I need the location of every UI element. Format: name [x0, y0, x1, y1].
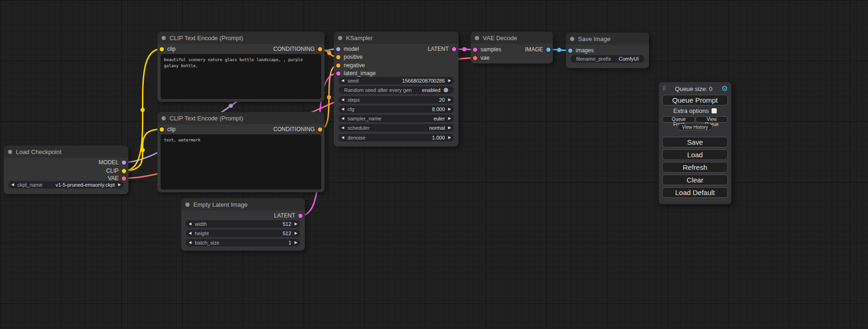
input-slot-latent-image[interactable]: latent_image — [336, 70, 376, 77]
settings-gear-icon[interactable]: ⚙ — [721, 85, 728, 92]
queue-front-button[interactable]: Queue Front — [662, 116, 695, 123]
node-title-bar[interactable]: KSampler — [334, 32, 459, 44]
input-slot-images[interactable]: images — [568, 47, 594, 54]
node-title-bar[interactable]: Save Image — [566, 33, 649, 45]
decrement-arrow-icon[interactable]: ◀ — [341, 126, 344, 130]
decrement-arrow-icon[interactable]: ◀ — [11, 183, 14, 187]
toggle-knob[interactable] — [444, 88, 448, 92]
increment-arrow-icon[interactable]: ▶ — [448, 136, 451, 140]
output-slot-vae[interactable]: VAE — [108, 175, 126, 182]
widget-width[interactable]: ◀ width 512 ▶ — [186, 220, 300, 228]
load-default-button[interactable]: Load Default — [662, 187, 728, 198]
node-graph-canvas[interactable]: Load Checkpoint MODEL CLIP VAE ◀ ckpt_na… — [0, 0, 868, 329]
input-dot-clip[interactable] — [160, 47, 164, 51]
node-empty-latent-image[interactable]: Empty Latent Image LATENT ◀ width 512 ▶ … — [181, 198, 305, 251]
decrement-arrow-icon[interactable]: ◀ — [189, 241, 191, 245]
input-slot-model[interactable]: model — [336, 45, 359, 53]
drag-handle-icon[interactable]: ⠿ — [662, 85, 666, 92]
widget-sampler-name[interactable]: ◀ sampler_name euler ▶ — [339, 115, 454, 122]
output-slot-latent[interactable]: LATENT — [428, 45, 456, 53]
decrement-arrow-icon[interactable]: ◀ — [341, 136, 344, 140]
collapse-dot-icon[interactable] — [338, 36, 342, 40]
input-slot-positive[interactable]: positive — [336, 53, 363, 61]
output-slot-conditioning[interactable]: CONDITIONING — [273, 126, 322, 133]
increment-arrow-icon[interactable]: ▶ — [448, 98, 451, 102]
load-button[interactable]: Load — [662, 149, 728, 160]
input-slot-vae[interactable]: vae — [473, 54, 489, 62]
output-slot-model[interactable]: MODEL — [99, 159, 126, 166]
extra-options-checkbox[interactable] — [712, 108, 717, 113]
refresh-button[interactable]: Refresh — [662, 162, 728, 173]
increment-arrow-icon[interactable]: ▶ — [295, 231, 297, 235]
increment-arrow-icon[interactable]: ▶ — [448, 126, 451, 130]
input-slot-samples[interactable]: samples — [473, 46, 501, 53]
node-title-bar[interactable]: CLIP Text Encode (Prompt) — [157, 32, 325, 44]
widget-scheduler[interactable]: ◀ scheduler normal ▶ — [339, 124, 454, 132]
widget-seed[interactable]: ◀ seed 156680208700286 ▶ — [339, 77, 454, 84]
node-title-bar[interactable]: VAE Decode — [471, 32, 553, 44]
node-title-bar[interactable]: Load Checkpoint — [4, 146, 128, 158]
node-load-checkpoint[interactable]: Load Checkpoint MODEL CLIP VAE ◀ ckpt_na… — [4, 146, 128, 194]
output-slot-image[interactable]: IMAGE — [525, 46, 550, 53]
increment-arrow-icon[interactable]: ▶ — [295, 241, 297, 245]
widget-ckpt-name[interactable]: ◀ ckpt_name v1-5-pruned-emaonly.ckpt ▶ — [8, 181, 124, 189]
input-dot-model[interactable] — [336, 47, 340, 51]
node-clip-text-encode-negative[interactable]: CLIP Text Encode (Prompt) clip CONDITION… — [157, 112, 325, 192]
increment-arrow-icon[interactable]: ▶ — [448, 79, 451, 83]
node-clip-text-encode-positive[interactable]: CLIP Text Encode (Prompt) clip CONDITION… — [157, 32, 325, 102]
widget-steps[interactable]: ◀ steps 20 ▶ — [339, 96, 454, 104]
output-dot-conditioning[interactable] — [318, 127, 322, 132]
input-dot-negative[interactable] — [336, 63, 340, 68]
output-slot-conditioning[interactable]: CONDITIONING — [273, 45, 322, 53]
input-slot-clip[interactable]: clip — [160, 126, 176, 133]
node-vae-decode[interactable]: VAE Decode samples vae IMAGE — [471, 32, 553, 63]
widget-random-seed-toggle[interactable]: Random seed after every gen enabled — [339, 86, 454, 94]
output-dot-latent[interactable] — [452, 47, 456, 51]
output-dot-vae[interactable] — [122, 176, 126, 181]
output-dot-conditioning[interactable] — [318, 47, 322, 51]
view-queue-button[interactable]: View Queue — [695, 116, 728, 123]
clear-button[interactable]: Clear — [662, 175, 728, 185]
collapse-dot-icon[interactable] — [8, 150, 12, 154]
node-title-bar[interactable]: CLIP Text Encode (Prompt) — [157, 112, 325, 124]
collapse-dot-icon[interactable] — [570, 37, 574, 41]
widget-filename-prefix[interactable]: filename_prefix ComfyUI — [571, 55, 644, 63]
queue-prompt-button[interactable]: Queue Prompt — [662, 95, 728, 105]
collapse-dot-icon[interactable] — [475, 36, 479, 40]
widget-height[interactable]: ◀ height 512 ▶ — [186, 230, 300, 237]
positive-prompt-textarea[interactable]: beautiful scenery nature glass bottle la… — [161, 54, 321, 99]
decrement-arrow-icon[interactable]: ◀ — [189, 222, 191, 226]
input-slot-clip[interactable]: clip — [160, 45, 176, 53]
input-dot-images[interactable] — [568, 49, 572, 53]
input-dot-clip[interactable] — [160, 127, 164, 132]
input-dot-positive[interactable] — [336, 55, 340, 59]
increment-arrow-icon[interactable]: ▶ — [118, 183, 121, 187]
node-title-bar[interactable]: Empty Latent Image — [181, 198, 305, 210]
node-ksampler[interactable]: KSampler model positive negative latent_… — [334, 32, 459, 147]
output-slot-clip[interactable]: CLIP — [106, 167, 126, 175]
collapse-dot-icon[interactable] — [162, 36, 166, 40]
save-button[interactable]: Save — [662, 137, 728, 147]
output-dot-latent[interactable] — [298, 214, 303, 218]
decrement-arrow-icon[interactable]: ◀ — [189, 231, 191, 235]
collapse-dot-icon[interactable] — [185, 203, 190, 207]
widget-denoise[interactable]: ◀ denoise 1.000 ▶ — [339, 134, 454, 141]
widget-cfg[interactable]: ◀ cfg 8.000 ▶ — [339, 105, 454, 113]
output-dot-clip[interactable] — [122, 169, 126, 173]
increment-arrow-icon[interactable]: ▶ — [448, 107, 451, 111]
output-slot-latent[interactable]: LATENT — [274, 212, 303, 219]
decrement-arrow-icon[interactable]: ◀ — [341, 79, 344, 83]
decrement-arrow-icon[interactable]: ◀ — [341, 98, 344, 102]
input-slot-negative[interactable]: negative — [336, 62, 365, 69]
output-dot-image[interactable] — [546, 48, 550, 52]
negative-prompt-textarea[interactable]: text, watermark — [161, 134, 321, 189]
output-dot-model[interactable] — [122, 161, 126, 165]
increment-arrow-icon[interactable]: ▶ — [295, 222, 297, 226]
input-dot-latent-image[interactable] — [336, 71, 340, 76]
collapse-dot-icon[interactable] — [162, 116, 166, 120]
decrement-arrow-icon[interactable]: ◀ — [341, 107, 344, 111]
node-save-image[interactable]: Save Image images filename_prefix ComfyU… — [566, 33, 649, 68]
view-history-button[interactable]: View History — [677, 124, 713, 130]
decrement-arrow-icon[interactable]: ◀ — [341, 117, 344, 120]
widget-batch-size[interactable]: ◀ batch_size 1 ▶ — [186, 239, 300, 246]
